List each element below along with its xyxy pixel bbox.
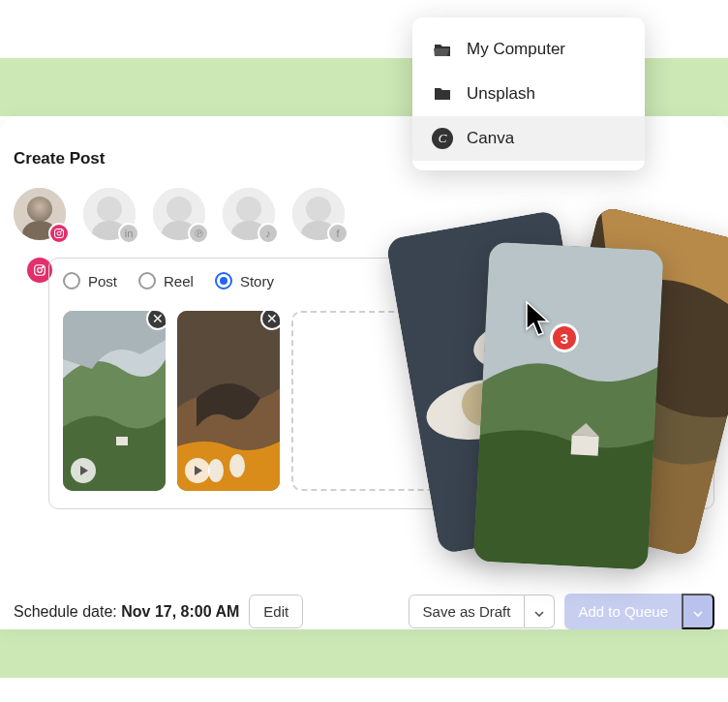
post-type-selector: Post Reel Story [63, 272, 700, 290]
tiktok-icon: ♪ [258, 223, 279, 244]
create-post-card: Create Post in ℗ ♪ [0, 116, 728, 629]
media-thumb-2[interactable]: ✕ [177, 311, 280, 491]
instagram-icon [48, 223, 70, 244]
image-add-icon [482, 365, 509, 392]
svg-point-7 [97, 197, 122, 222]
menu-item-unsplash[interactable]: Unsplash [412, 72, 645, 116]
dropzone-text-2: sele [482, 420, 509, 437]
radio-story[interactable]: Story [215, 272, 274, 290]
svg-point-10 [167, 197, 192, 222]
dropzone-text-1: Drag and [466, 398, 526, 414]
canva-icon: C [432, 128, 453, 149]
account-pinterest[interactable]: ℗ [153, 188, 205, 240]
schedule-date: Nov 17, 8:00 AM [121, 603, 239, 620]
svg-point-16 [306, 197, 331, 222]
svg-rect-22 [116, 437, 128, 445]
account-instagram[interactable] [14, 188, 66, 240]
schedule-label: Schedule date: Nov 17, 8:00 AM [14, 603, 239, 621]
radio-post[interactable]: Post [63, 272, 117, 290]
menu-item-label: Canva [467, 129, 514, 148]
menu-item-label: My Computer [467, 40, 565, 59]
composer-panel: Post Reel Story [48, 258, 714, 509]
radio-circle-icon [215, 272, 232, 290]
save-draft-button[interactable]: Save as Draft [409, 595, 526, 628]
play-icon [185, 458, 210, 483]
facebook-icon: f [327, 223, 349, 244]
media-thumb-1[interactable]: ✕ [63, 311, 166, 491]
linkedin-icon: in [118, 223, 139, 244]
folder-icon [432, 83, 453, 105]
media-row: ✕ ✕ [63, 311, 700, 491]
pinterest-icon: ℗ [188, 223, 209, 244]
svg-point-13 [236, 197, 261, 222]
chevron-down-icon [534, 611, 544, 617]
edit-button[interactable]: Edit [249, 595, 303, 628]
radio-label: Post [88, 273, 117, 290]
svg-point-5 [61, 230, 62, 231]
svg-point-20 [43, 266, 44, 267]
svg-point-27 [488, 372, 492, 376]
radio-label: Reel [164, 273, 194, 290]
add-queue-caret[interactable] [682, 594, 714, 629]
media-source-menu: My Computer Unsplash C Canva [412, 17, 645, 170]
play-icon [71, 458, 96, 483]
footer-row: Schedule date: Nov 17, 8:00 AM Edit Save… [0, 584, 728, 629]
svg-point-1 [27, 197, 52, 222]
add-queue-split-button[interactable]: Add to Queue [564, 594, 714, 629]
drag-count-badge: 3 [550, 323, 579, 352]
account-linkedin[interactable]: in [83, 188, 136, 240]
svg-point-19 [38, 268, 43, 273]
radio-label: Story [240, 273, 274, 290]
media-dropzone[interactable]: Drag and sele [291, 311, 700, 491]
folder-open-icon [432, 39, 453, 60]
add-queue-button[interactable]: Add to Queue [564, 594, 682, 629]
svg-point-25 [229, 454, 245, 477]
chevron-down-icon [693, 611, 703, 617]
account-picker: in ℗ ♪ f [14, 188, 714, 240]
menu-item-my-computer[interactable]: My Computer [412, 27, 645, 72]
drag-cursor: 3 [523, 300, 552, 341]
save-draft-split-button[interactable]: Save as Draft [409, 595, 556, 628]
svg-point-4 [57, 231, 61, 235]
account-tiktok[interactable]: ♪ [223, 188, 275, 240]
menu-item-label: Unsplash [467, 84, 535, 104]
radio-circle-icon [138, 272, 156, 290]
radio-circle-icon [63, 272, 80, 290]
menu-item-canva[interactable]: C Canva [412, 116, 645, 161]
svg-point-24 [208, 459, 224, 482]
radio-reel[interactable]: Reel [138, 272, 194, 290]
save-draft-caret[interactable] [525, 595, 555, 628]
account-facebook[interactable]: f [292, 188, 345, 240]
